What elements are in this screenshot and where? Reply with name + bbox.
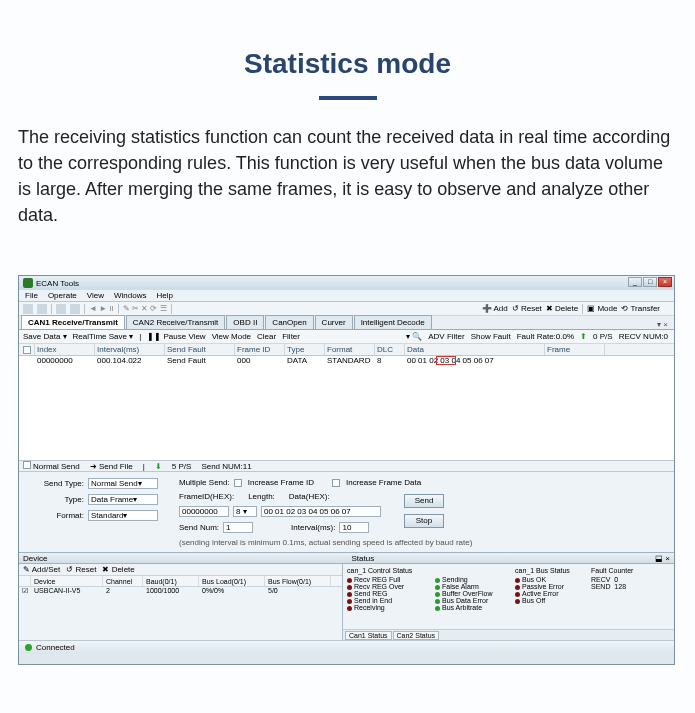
grid-body: 00000000 000.104.022 Send Fault 000 DATA… [19, 356, 674, 460]
app-title: ECAN Tools [36, 279, 79, 288]
status-panel: can_1 Control Status Recv REG Full Recv … [343, 564, 674, 629]
menu-windows[interactable]: Windows [114, 291, 146, 300]
adv-filter-button[interactable]: ADV Filter [428, 332, 464, 341]
add-button[interactable]: ➕ Add [482, 304, 508, 313]
menu-file[interactable]: File [25, 291, 38, 300]
send-panel: Send Type:Normal Send ▾ Type:Data Frame … [19, 472, 674, 552]
connected-label: Connected [36, 643, 75, 652]
frameid-input[interactable]: 00000000 [179, 506, 229, 517]
dev-reset-button[interactable]: ↺ Reset [66, 565, 96, 574]
send-button[interactable]: Send [404, 494, 444, 508]
tool-icon[interactable] [37, 304, 47, 314]
can1-status-tab[interactable]: Can1 Status [345, 631, 392, 640]
transfer-button[interactable]: ⟲ Transfer [621, 304, 660, 313]
clear-button[interactable]: Clear [257, 332, 276, 341]
menubar: File Operate View Windows Help [19, 290, 674, 302]
tab-obd[interactable]: OBD II [226, 315, 264, 329]
reset-button[interactable]: ↺ Reset [512, 304, 542, 313]
mode-button[interactable]: ▣ Mode [587, 304, 617, 313]
page-title: Statistics mode [0, 0, 695, 80]
dev-addset-button[interactable]: ✎ Add/Set [23, 565, 60, 574]
sendtype-select[interactable]: Normal Send ▾ [88, 478, 158, 489]
description-text: The receiving statistics function can co… [0, 124, 695, 228]
send-pps: 5 P/S [172, 462, 192, 471]
tool-icon[interactable] [23, 304, 33, 314]
tab-close-icon[interactable]: ▾ × [657, 320, 668, 329]
sendnum-input[interactable]: 1 [223, 522, 253, 533]
save-data-button[interactable]: Save Data ▾ [23, 332, 67, 341]
delete-button[interactable]: ✖ Delete [546, 304, 578, 313]
app-window: ECAN Tools _ □ × File Operate View Windo… [18, 275, 675, 665]
table-row[interactable]: 00000000 000.104.022 Send Fault 000 DATA… [19, 356, 674, 366]
panels-header: Device Status ⬓ × [19, 552, 674, 564]
tab-canopen[interactable]: CanOpen [265, 315, 313, 329]
device-row[interactable]: ☑ USBCAN-II-V5 2 1000/1000 0%/0% 5/0 [19, 587, 342, 598]
show-fault-button[interactable]: Show Fault [471, 332, 511, 341]
tab-curver[interactable]: Curver [315, 315, 353, 329]
type-select[interactable]: Data Frame ▾ [88, 494, 158, 505]
stop-button[interactable]: Stop [404, 514, 444, 528]
data-input[interactable]: 00 01 02 03 04 05 06 07 [261, 506, 381, 517]
menu-operate[interactable]: Operate [48, 291, 77, 300]
tool-icon[interactable] [70, 304, 80, 314]
sub-toolbar: Save Data ▾ RealTime Save ▾ | ❚❚ Pause V… [19, 330, 674, 344]
status-tabs: Can1 Status Can2 Status [343, 629, 674, 640]
filter-button[interactable]: Filter [282, 332, 300, 341]
frame-highlight [436, 356, 456, 365]
format-select[interactable]: Standard ▾ [88, 510, 158, 521]
main-tabs: CAN1 Receive/Transmit CAN2 Receive/Trans… [19, 316, 674, 330]
lower-panels: ✎ Add/Set ↺ Reset ✖ Delete Device Channe… [19, 564, 674, 640]
view-mode-button[interactable]: View Mode [212, 332, 251, 341]
titlebar: ECAN Tools _ □ × [19, 276, 674, 290]
device-panel: ✎ Add/Set ↺ Reset ✖ Delete Device Channe… [19, 564, 343, 640]
realtime-save-button[interactable]: RealTime Save ▾ [73, 332, 134, 341]
close-button[interactable]: × [658, 277, 672, 287]
grid-header: Index Interval(ms) Send Fault Frame ID T… [19, 344, 674, 356]
menu-help[interactable]: Help [156, 291, 172, 300]
app-icon [23, 278, 33, 288]
normal-send-tab[interactable]: Normal Send [33, 462, 80, 471]
dev-delete-button[interactable]: ✖ Delete [102, 565, 134, 574]
send-mode-bar: Normal Send ➜ Send File | ⬇ 5 P/S Send N… [19, 460, 674, 472]
pause-view-button[interactable]: ❚❚ Pause View [147, 332, 205, 341]
pps-label: 0 P/S [593, 332, 613, 341]
minimize-button[interactable]: _ [628, 277, 642, 287]
send-file-tab[interactable]: ➜ Send File [90, 462, 133, 471]
menu-view[interactable]: View [87, 291, 104, 300]
inc-data-checkbox[interactable] [332, 479, 340, 487]
tab-decode[interactable]: Intelligent Decode [354, 315, 432, 329]
maximize-button[interactable]: □ [643, 277, 657, 287]
tab-can1[interactable]: CAN1 Receive/Transmit [21, 315, 125, 329]
length-select[interactable]: 8 ▾ [233, 506, 257, 517]
main-toolbar: ◄ ► II ✎ ✂ ✕ ⟳ ☰ ➕ Add ↺ Reset ✖ Delete … [19, 302, 674, 316]
inc-id-checkbox[interactable] [234, 479, 242, 487]
connected-dot-icon [25, 644, 32, 651]
fault-rate-label: Fault Rate:0.0% [517, 332, 574, 341]
interval-input[interactable]: 10 [339, 522, 369, 533]
title-underline [319, 96, 377, 100]
tab-can2[interactable]: CAN2 Receive/Transmit [126, 315, 226, 329]
can2-status-tab[interactable]: Can2 Status [393, 631, 440, 640]
recvnum-label: RECV NUM:0 [619, 332, 668, 341]
statusbar: Connected [19, 640, 674, 654]
send-num: Send NUM:11 [201, 462, 251, 471]
tool-icon[interactable] [56, 304, 66, 314]
